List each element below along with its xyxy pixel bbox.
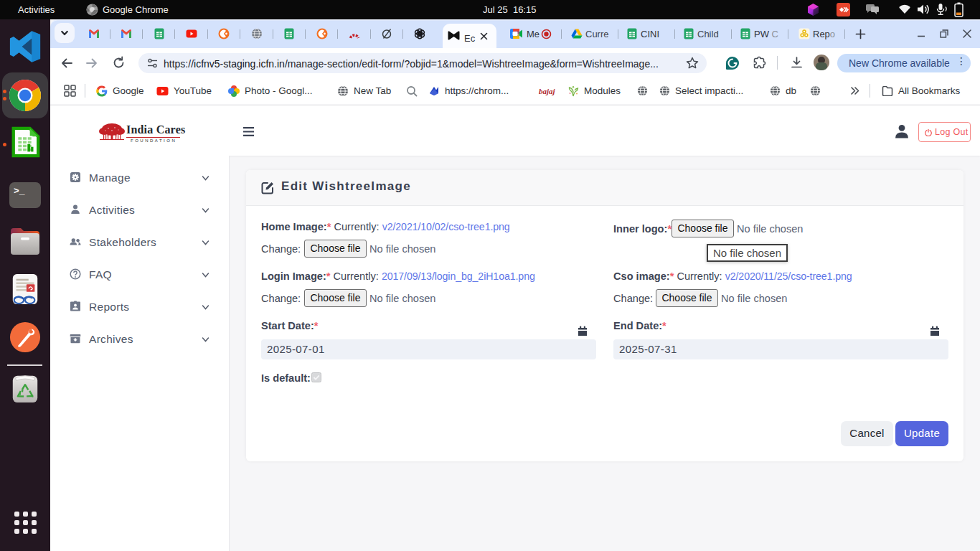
svg-text:>_: >_	[14, 186, 25, 197]
